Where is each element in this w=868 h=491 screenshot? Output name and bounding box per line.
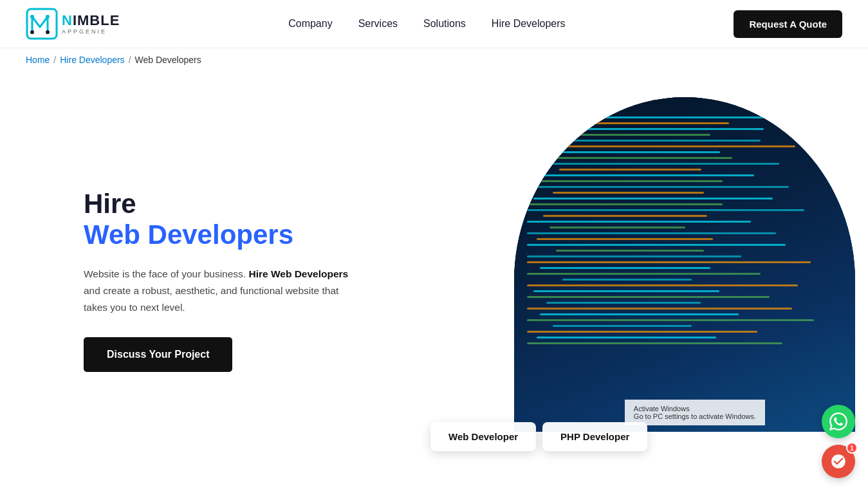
code-line	[553, 325, 692, 327]
windows-watermark: Activate Windows Go to PC settings to ac…	[625, 400, 765, 425]
logo-icon	[26, 8, 58, 40]
nav-item-hire-developers[interactable]: Hire Developers	[492, 18, 566, 30]
code-line	[537, 337, 716, 338]
code-line	[527, 116, 779, 118]
navbar: NIMBLE APPGENIE Company Services Solutio…	[0, 0, 868, 48]
nav-links: Company Services Solutions Hire Develope…	[288, 18, 565, 30]
hero-title-hire: Hire	[84, 189, 360, 219]
hero-image-container	[514, 97, 855, 432]
code-line	[527, 128, 764, 130]
code-line	[553, 192, 704, 194]
hero-content: Hire Web Developers Website is the face …	[84, 189, 360, 372]
hero-description: Website is the face of your business. Hi…	[84, 266, 360, 317]
code-line	[527, 244, 786, 246]
code-line	[527, 203, 723, 205]
code-line	[527, 232, 776, 234]
code-line	[533, 290, 719, 292]
code-line	[540, 140, 761, 142]
code-line	[527, 296, 770, 298]
code-line	[533, 198, 773, 199]
chat-badge: 1	[846, 442, 858, 454]
code-line	[540, 267, 710, 269]
code-line	[527, 186, 789, 188]
code-line	[559, 169, 701, 171]
discuss-project-button[interactable]: Discuss Your Project	[84, 337, 232, 372]
breadcrumb-current: Web Developers	[135, 55, 201, 65]
svg-point-1	[30, 15, 34, 19]
code-line	[527, 273, 761, 275]
code-line	[527, 174, 754, 176]
code-line	[527, 209, 804, 211]
code-line	[527, 308, 792, 310]
nav-link-hire-developers[interactable]: Hire Developers	[492, 18, 566, 29]
breadcrumb-home[interactable]: Home	[26, 55, 50, 65]
nav-link-services[interactable]: Services	[358, 18, 398, 29]
breadcrumb: Home / Hire Developers / Web Developers	[0, 48, 868, 71]
code-line	[527, 261, 811, 263]
code-line	[546, 151, 720, 153]
code-line	[527, 319, 814, 321]
svg-point-3	[30, 30, 34, 34]
breadcrumb-sep-1: /	[53, 55, 56, 65]
code-line	[527, 145, 795, 147]
code-line	[533, 163, 779, 165]
svg-point-4	[46, 30, 50, 34]
chat-buttons: 1	[822, 405, 855, 478]
code-line	[549, 227, 685, 228]
chat-button[interactable]: 1	[822, 445, 855, 478]
code-line	[562, 279, 692, 281]
bottom-badges: Web Developer PHP Developer	[430, 422, 647, 451]
breadcrumb-sep-2: /	[129, 55, 131, 65]
badge-php-developer[interactable]: PHP Developer	[542, 422, 647, 451]
code-line	[527, 284, 798, 286]
logo-text-block: NIMBLE APPGENIE	[62, 14, 120, 35]
code-line	[546, 302, 701, 304]
hero-image-area: Activate Windows Go to PC settings to ac…	[469, 97, 842, 464]
svg-point-2	[46, 15, 50, 19]
request-quote-button[interactable]: Request A Quote	[734, 10, 842, 38]
logo-n: N	[62, 12, 73, 28]
nav-link-company[interactable]: Company	[288, 18, 332, 29]
code-line	[540, 180, 723, 182]
code-line	[556, 250, 704, 252]
breadcrumb-hire-developers[interactable]: Hire Developers	[60, 55, 124, 65]
nav-item-solutions[interactable]: Solutions	[423, 18, 466, 30]
whatsapp-button[interactable]	[822, 405, 855, 438]
code-screen	[514, 97, 855, 432]
hero-desc-bold: Hire Web Developers	[248, 268, 348, 279]
code-line	[527, 255, 741, 257]
hero-desc-suffix: and create a robust, aesthetic, and func…	[84, 285, 338, 313]
hero-desc-prefix: Website is the face of your business.	[84, 268, 246, 279]
code-line	[553, 134, 710, 136]
hero-image-bg	[514, 97, 855, 432]
code-line	[527, 221, 751, 223]
code-line	[527, 157, 732, 159]
logo-appgenie: APPGENIE	[62, 29, 120, 35]
code-line	[540, 122, 729, 124]
hero-section: Hire Web Developers Website is the face …	[0, 71, 868, 477]
code-line	[527, 342, 782, 344]
code-line	[537, 238, 713, 240]
logo-nimble: NIMBLE	[62, 14, 120, 28]
chat-icon	[830, 453, 847, 470]
nav-link-solutions[interactable]: Solutions	[423, 18, 466, 29]
windows-line1: Activate Windows	[634, 405, 756, 412]
badge-web-developer[interactable]: Web Developer	[430, 422, 536, 451]
nav-item-services[interactable]: Services	[358, 18, 398, 30]
logo-imble: IMBLE	[73, 12, 120, 28]
windows-line2: Go to PC settings to activate Windows.	[634, 412, 756, 420]
nav-item-company[interactable]: Company	[288, 18, 332, 30]
code-line	[527, 331, 757, 333]
code-line	[540, 313, 739, 315]
code-line	[543, 215, 707, 217]
hero-title-web-developers: Web Developers	[84, 219, 360, 251]
whatsapp-icon	[829, 412, 847, 431]
logo[interactable]: NIMBLE APPGENIE	[26, 8, 120, 40]
